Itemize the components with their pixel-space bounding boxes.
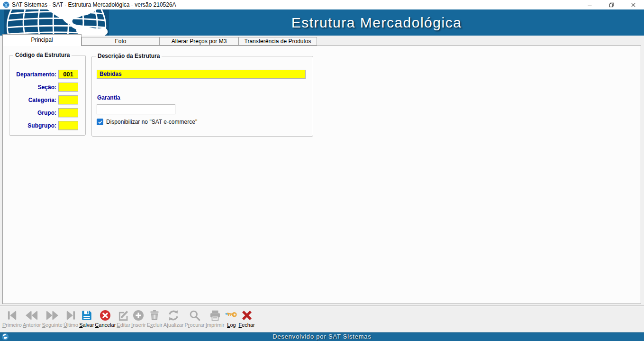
- close-button[interactable]: [622, 0, 644, 9]
- last-icon: [65, 309, 77, 322]
- tab-principal[interactable]: Principal: [2, 34, 82, 46]
- inserir-label: Inserir: [131, 322, 146, 328]
- cancelar-button[interactable]: Cancelar: [95, 309, 116, 328]
- log-label: Log: [227, 322, 236, 328]
- anterior-label: Anterior: [23, 322, 41, 328]
- tab-alterar-precos-por-m3[interactable]: Alterar Preços por M3: [160, 37, 238, 46]
- ecommerce-label: Disponibilizar no "SAT e-commerce": [106, 119, 197, 125]
- statusbar: Desenvolvido por SAT Sistemas: [0, 332, 644, 341]
- departamento-label: Departamento:: [10, 71, 56, 78]
- restore-icon: [609, 2, 614, 8]
- edit-icon: [118, 309, 130, 322]
- cancel-icon: [99, 309, 111, 322]
- seguinte-button[interactable]: Seguinte: [42, 309, 63, 328]
- subgrupo-input[interactable]: [58, 121, 78, 130]
- refresh-icon: [167, 309, 180, 322]
- procurar-button[interactable]: Procurar: [185, 309, 205, 328]
- secao-label: Seção:: [10, 84, 56, 91]
- code-row-categoria: Categoria:: [10, 95, 78, 104]
- code-row-subgrupo: Subgrupo:: [10, 121, 78, 130]
- atualizar-button[interactable]: Atualizar: [163, 309, 184, 328]
- imprimir-label: Imprimir: [206, 322, 225, 328]
- groupbox-descricao-da-estrutura: Descrição da Estrutura Bebidas Garantia …: [91, 56, 313, 137]
- departamento-input[interactable]: 001: [58, 70, 78, 79]
- titlebar: SAT Sistemas - SAT - Estrutura Mercadoló…: [0, 0, 644, 9]
- editar-button[interactable]: Editar: [117, 309, 130, 328]
- prev-icon: [26, 309, 38, 322]
- descricao-input[interactable]: Bebidas: [97, 70, 306, 79]
- cancelar-label: Cancelar: [95, 322, 116, 328]
- ultimo-label: Último: [63, 322, 78, 328]
- minimize-button[interactable]: [579, 0, 600, 9]
- garantia-label: Garantia: [97, 94, 120, 101]
- code-row-secao: Seção:: [10, 83, 78, 92]
- anterior-button[interactable]: Anterior: [23, 309, 41, 328]
- secao-input[interactable]: [58, 83, 78, 92]
- sat-app-icon: [3, 1, 9, 8]
- tab-foto[interactable]: Foto: [82, 37, 160, 46]
- ecommerce-row: Disponibilizar no "SAT e-commerce": [97, 119, 197, 125]
- tab-strip: PrincipalFotoAlterar Preços por M3Transf…: [0, 36, 644, 46]
- salvar-label: Salvar: [79, 322, 94, 328]
- check-icon: [98, 120, 103, 125]
- code-row-departamento: Departamento:001: [10, 70, 78, 79]
- globe-logo: [4, 9, 109, 36]
- excluir-button[interactable]: Excluir: [147, 309, 163, 328]
- inserir-button[interactable]: Inserir: [131, 309, 146, 328]
- delete-icon: [148, 309, 161, 322]
- editar-label: Editar: [117, 322, 130, 328]
- primeiro-button[interactable]: Primeiro: [2, 309, 22, 328]
- procurar-label: Procurar: [185, 322, 205, 328]
- groupbox-descricao-legend: Descrição da Estrutura: [96, 53, 162, 59]
- minimize-icon: [587, 2, 592, 8]
- excluir-label: Excluir: [147, 322, 163, 328]
- primeiro-label: Primeiro: [2, 322, 22, 328]
- seguinte-label: Seguinte: [42, 322, 63, 328]
- key-icon: [225, 309, 237, 322]
- statusbar-text: Desenvolvido por SAT Sistemas: [0, 332, 644, 341]
- imprimir-button[interactable]: Imprimir: [206, 309, 225, 328]
- ultimo-button[interactable]: Último: [63, 309, 78, 328]
- search-icon: [189, 309, 201, 322]
- garantia-input[interactable]: [97, 104, 175, 114]
- page-title: Estrutura Mercadológica: [109, 9, 644, 36]
- categoria-input[interactable]: [58, 95, 78, 104]
- fechar-label: Fechar: [238, 322, 254, 328]
- groupbox-codigo-legend: Código da Estrutura: [13, 52, 72, 58]
- window-title: SAT Sistemas - SAT - Estrutura Mercadoló…: [12, 1, 176, 8]
- groupbox-codigo-da-estrutura: Código da Estrutura Departamento:001Seçã…: [9, 55, 86, 136]
- tab-transferencia-de-produtos[interactable]: Transferência de Produtos: [238, 37, 317, 46]
- toolbar: PrimeiroAnteriorSeguinteÚltimoSalvarCanc…: [0, 305, 644, 332]
- categoria-label: Categoria:: [10, 97, 56, 103]
- log-button[interactable]: Log: [225, 309, 237, 328]
- save-icon: [81, 309, 93, 322]
- insert-icon: [132, 309, 145, 322]
- first-icon: [6, 309, 18, 322]
- window-controls: [579, 0, 644, 9]
- grupo-label: Grupo:: [10, 110, 56, 116]
- grupo-input[interactable]: [58, 108, 78, 117]
- atualizar-label: Atualizar: [163, 322, 184, 328]
- restore-button[interactable]: [600, 0, 622, 9]
- fechar-button[interactable]: Fechar: [238, 309, 254, 328]
- ecommerce-checkbox[interactable]: [97, 119, 103, 125]
- subgrupo-label: Subgrupo:: [10, 122, 56, 129]
- next-icon: [46, 309, 58, 322]
- code-row-grupo: Grupo:: [10, 108, 78, 117]
- print-icon: [209, 309, 221, 322]
- close-icon: [631, 2, 636, 8]
- close-x-icon: [241, 309, 253, 322]
- content-panel: Código da Estrutura Departamento:001Seçã…: [2, 46, 641, 304]
- header-banner: Estrutura Mercadológica: [0, 9, 644, 36]
- salvar-button[interactable]: Salvar: [79, 309, 94, 328]
